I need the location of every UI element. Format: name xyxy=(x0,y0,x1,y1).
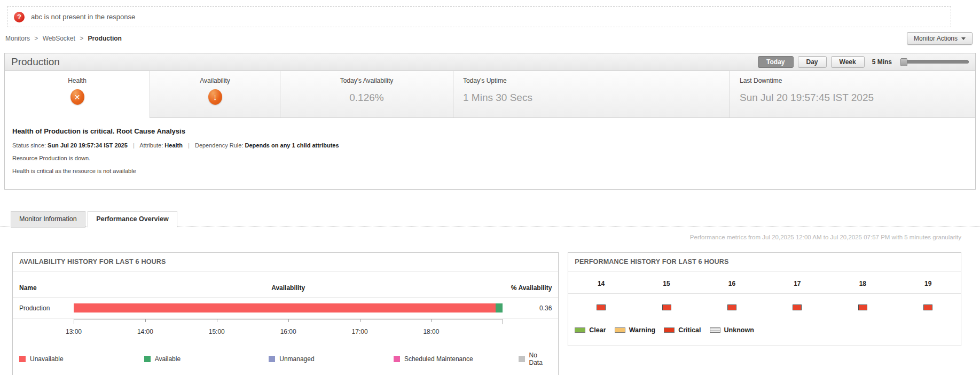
slider-track xyxy=(900,60,969,64)
status-square-critical[interactable] xyxy=(858,304,867,310)
status-square-critical[interactable] xyxy=(597,304,606,310)
todays-uptime-label: Today's Uptime xyxy=(463,77,730,84)
availability-table-header: Name Availability % Availability xyxy=(13,271,558,298)
hour-label: 18 xyxy=(830,280,895,287)
breadcrumb-separator: > xyxy=(34,35,38,42)
rca-detail-line: Resource Production is down. xyxy=(12,155,968,161)
dependency-rule-label: Dependency Rule: xyxy=(195,142,244,149)
breadcrumb: Monitors > WebSocket > Production xyxy=(5,35,122,42)
table-row: Production 0.36 xyxy=(13,298,558,319)
status-since-label: Status since: xyxy=(12,142,46,149)
breadcrumb-current: Production xyxy=(88,35,122,42)
monitor-actions-label: Monitor Actions xyxy=(914,35,958,42)
monitor-header: Production Today Day Week 5 Mins xyxy=(5,53,975,71)
root-cause-analysis: Health of Production is critical. Root C… xyxy=(5,118,975,189)
legend-item-clear: Clear xyxy=(575,326,606,334)
range-button-week[interactable]: Week xyxy=(831,56,865,68)
status-card-todays-availability[interactable]: Today's Availability 0.126% xyxy=(280,71,453,118)
hour-label: 16 xyxy=(699,280,764,287)
breadcrumb-row: Monitors > WebSocket > Production Monito… xyxy=(5,32,973,45)
range-button-day[interactable]: Day xyxy=(798,56,827,68)
bar-segment-unavailable[interactable] xyxy=(74,303,496,312)
question-mark-icon: ? xyxy=(14,12,25,22)
legend-item-unknown: Unknown xyxy=(710,326,754,334)
monitor-panel: Production Today Day Week 5 Mins Health … xyxy=(4,53,976,190)
status-card-availability[interactable]: Availability ↓ xyxy=(150,71,280,118)
last-downtime-value: Sun Jul 20 19:57:45 IST 2025 xyxy=(740,92,975,104)
time-range-controls: Today Day Week 5 Mins xyxy=(758,56,969,68)
performance-history-panel: PERFORMANCE HISTORY FOR LAST 6 HOURS 14 … xyxy=(568,252,961,346)
column-availability: Availability xyxy=(74,284,503,292)
performance-panel-title: PERFORMANCE HISTORY FOR LAST 6 HOURS xyxy=(568,253,961,271)
legend-swatch xyxy=(575,327,585,333)
time-axis-labels: 13:00 14:00 15:00 16:00 17:00 18:00 xyxy=(74,328,503,338)
breadcrumb-websocket[interactable]: WebSocket xyxy=(43,35,75,42)
legend-swatch xyxy=(664,327,675,333)
legend-item-warning: Warning xyxy=(615,326,656,334)
dependency-rule-value: Depends on any 1 child attributes xyxy=(245,142,339,149)
axis-tick-label: 18:00 xyxy=(423,328,439,335)
legend-swatch xyxy=(19,356,26,362)
axis-tick-label: 14:00 xyxy=(137,328,153,335)
axis-tick-label: 17:00 xyxy=(352,328,368,335)
todays-availability-label: Today's Availability xyxy=(280,77,453,84)
health-label: Health xyxy=(5,77,150,84)
bar-segment-available[interactable] xyxy=(496,303,503,312)
status-card-health[interactable]: Health ✕ xyxy=(5,71,150,118)
tab-performance-overview[interactable]: Performance Overview xyxy=(88,211,177,228)
legend-swatch xyxy=(519,356,525,362)
down-arrow-icon: ↓ xyxy=(208,89,222,105)
last-downtime-label: Last Downtime xyxy=(740,77,975,84)
monitor-actions-button[interactable]: Monitor Actions xyxy=(907,32,973,45)
breadcrumb-monitors[interactable]: Monitors xyxy=(5,35,30,42)
granularity-slider[interactable] xyxy=(900,58,969,66)
alert-banner: ? abc is not present in the response xyxy=(7,6,951,27)
todays-uptime-value: 1 Mins 30 Secs xyxy=(463,92,730,104)
legend-item-unavailable: Unavailable xyxy=(19,351,144,366)
slider-handle[interactable] xyxy=(900,58,907,66)
metrics-note: Performance metrics from Jul 20,2025 12:… xyxy=(0,234,961,240)
hour-label: 15 xyxy=(634,280,699,287)
performance-status-row xyxy=(568,294,961,322)
todays-availability-value: 0.126% xyxy=(280,92,453,104)
breadcrumb-separator: > xyxy=(80,35,83,42)
attribute-value: Health xyxy=(164,142,183,149)
legend-swatch xyxy=(710,327,720,333)
page-title: Production xyxy=(11,56,758,68)
axis-tick-label: 15:00 xyxy=(209,328,225,335)
hour-label: 19 xyxy=(896,280,961,287)
legend-swatch xyxy=(144,356,151,362)
legend-item-no-data: No Data xyxy=(519,351,552,366)
hour-label: 14 xyxy=(568,280,633,287)
column-name: Name xyxy=(19,284,74,292)
performance-legend: Clear Warning Critical Unknown xyxy=(568,322,961,346)
attribute-label: Attribute: xyxy=(139,142,163,149)
legend-swatch xyxy=(394,356,400,362)
axis-tick-label: 13:00 xyxy=(66,328,82,335)
status-cards-row: Health ✕ Availability ↓ Today's Availabi… xyxy=(5,71,975,118)
status-square-critical[interactable] xyxy=(923,304,932,310)
availability-bar[interactable] xyxy=(74,303,503,312)
availability-label: Availability xyxy=(150,77,280,84)
time-axis-ruler xyxy=(74,319,503,324)
status-square-critical[interactable] xyxy=(662,304,671,310)
rca-meta: Status since: Sun Jul 20 19:57:34 IST 20… xyxy=(12,142,968,149)
status-card-last-downtime[interactable]: Last Downtime Sun Jul 20 19:57:45 IST 20… xyxy=(730,71,975,118)
critical-x-icon: ✕ xyxy=(70,89,84,105)
status-card-todays-uptime[interactable]: Today's Uptime 1 Mins 30 Secs xyxy=(453,71,730,118)
performance-hours-header: 14 15 16 17 18 19 xyxy=(568,271,961,294)
column-percent-availability: % Availability xyxy=(503,284,552,292)
row-percent-value: 0.36 xyxy=(503,304,552,312)
tab-monitor-information[interactable]: Monitor Information xyxy=(11,211,85,228)
chevron-down-icon xyxy=(961,37,966,40)
hour-label: 17 xyxy=(765,280,830,287)
range-button-today[interactable]: Today xyxy=(758,56,793,68)
tab-bar: Monitor Information Performance Overview xyxy=(0,211,980,226)
rca-title: Health of Production is critical. Root C… xyxy=(12,127,968,135)
status-square-critical[interactable] xyxy=(727,304,736,310)
charts-row: AVAILABILITY HISTORY FOR LAST 6 HOURS Na… xyxy=(12,252,961,375)
status-since-value: Sun Jul 20 19:57:34 IST 2025 xyxy=(48,142,128,149)
status-square-critical[interactable] xyxy=(793,304,802,310)
row-monitor-name: Production xyxy=(19,304,74,312)
availability-legend: Unavailable Available Unmanaged Schedule… xyxy=(13,341,558,375)
